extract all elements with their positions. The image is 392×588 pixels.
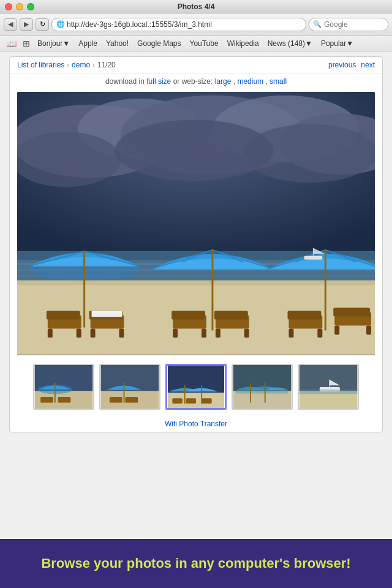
forward-icon: ▶ [24,20,29,28]
bookmark-wikipedia[interactable]: Wikipedia [224,37,263,50]
breadcrumb-sep1: › [67,61,69,69]
svg-rect-43 [214,311,248,320]
svg-rect-73 [125,397,138,402]
next-link[interactable]: next [361,61,375,69]
svg-rect-72 [110,397,123,402]
back-icon: ◀ [8,20,13,28]
svg-point-8 [115,120,273,181]
svg-rect-30 [119,328,124,337]
svg-rect-55 [317,328,322,337]
wifi-transfer-link[interactable]: Wifi Photo Transfer [165,420,227,428]
svg-rect-60 [304,256,322,260]
browser-toolbar: ◀ ▶ ↻ 🌐 🔍 [0,13,392,36]
thumbnail-5[interactable] [298,364,359,410]
bookmark-yahoo[interactable]: Yahoo! [102,37,132,50]
download-sep1: or web-size: [173,77,213,86]
bookmarks-bar: 📖 ⊞ Bonjour▼ Apple Yahoo! Google Maps Yo… [0,36,392,51]
bookmark-youtube[interactable]: YouTube [186,37,222,50]
search-bar: 🔍 [309,18,388,31]
reload-button[interactable]: ↻ [36,18,49,31]
maximize-button[interactable] [27,3,34,10]
download-small[interactable]: small [270,77,287,86]
traffic-lights [5,3,34,10]
download-full-size[interactable]: full size [146,77,171,86]
svg-rect-83 [236,390,288,394]
main-photo[interactable] [17,92,375,355]
address-icon: 🌐 [56,20,65,28]
address-bar-wrapper: 🌐 [51,18,306,31]
svg-rect-79 [186,398,196,403]
address-input[interactable] [51,18,306,31]
search-input[interactable] [324,20,373,29]
svg-rect-57 [333,308,370,317]
download-prefix: download in [105,77,145,86]
svg-rect-15 [17,281,375,285]
svg-rect-40 [173,328,178,337]
svg-rect-59 [366,325,371,334]
forward-button[interactable]: ▶ [20,18,33,31]
grid-icon[interactable]: ⊞ [20,39,32,48]
svg-rect-91 [300,390,358,394]
reader-icon[interactable]: 📖 [4,39,19,48]
breadcrumb-bar: List of libraries › demo › 11/20 previou… [10,57,382,74]
svg-rect-67 [40,397,53,402]
thumbnail-2[interactable] [99,364,160,410]
svg-rect-26 [77,328,81,337]
minimize-button[interactable] [16,3,23,10]
search-icon: 🔍 [313,20,322,28]
svg-rect-39 [172,311,205,320]
banner-text: Browse your photos in any computer's bro… [41,556,350,571]
close-button[interactable] [5,3,12,10]
svg-rect-78 [172,398,183,403]
back-button[interactable]: ◀ [4,18,17,31]
thumbnail-3[interactable] [165,364,227,410]
svg-rect-41 [202,328,206,337]
thumbnail-1[interactable] [33,364,94,410]
thumbnail-4[interactable] [232,364,293,410]
breadcrumb-left: List of libraries › demo › 11/20 [17,61,116,69]
download-bar: download in full size or web-size: large… [10,74,382,89]
reload-icon: ↻ [40,20,45,28]
page-wrapper: List of libraries › demo › 11/20 previou… [9,56,383,432]
thumbnails-row [10,360,382,416]
svg-rect-58 [334,325,339,334]
previous-link[interactable]: previous [328,61,356,69]
svg-rect-24 [47,311,80,320]
svg-rect-29 [91,328,96,337]
svg-rect-54 [288,328,293,337]
breadcrumb-library-link[interactable]: List of libraries [17,61,64,69]
breadcrumb-sep2: › [92,61,95,69]
svg-rect-82 [233,391,292,409]
title-bar: Photos 4/4 [0,0,392,13]
svg-rect-44 [216,328,221,337]
bookmark-google-maps[interactable]: Google Maps [134,37,184,50]
window-title: Photos 4/4 [178,2,215,11]
download-medium[interactable]: medium [237,77,263,86]
svg-rect-80 [202,398,212,403]
svg-rect-68 [58,397,71,402]
svg-rect-31 [92,311,123,317]
svg-rect-45 [244,328,249,337]
breadcrumb-position: 11/20 [97,61,116,69]
download-large[interactable]: large [215,77,232,86]
breadcrumb-nav: previous next [328,61,375,69]
bookmark-news[interactable]: News (148)▼ [264,37,316,50]
breadcrumb-demo-link[interactable]: demo [72,61,90,69]
browser-content: List of libraries › demo › 11/20 previou… [0,51,392,539]
svg-rect-53 [287,311,321,320]
bookmark-bonjour[interactable]: Bonjour▼ [34,37,74,50]
bookmark-apple[interactable]: Apple [75,37,101,50]
main-photo-container [10,89,382,360]
wifi-footer[interactable]: Wifi Photo Transfer [10,416,382,432]
bookmark-popular[interactable]: Popular▼ [317,37,357,50]
svg-rect-25 [48,328,53,337]
bottom-banner: Browse your photos in any computer's bro… [0,539,392,588]
